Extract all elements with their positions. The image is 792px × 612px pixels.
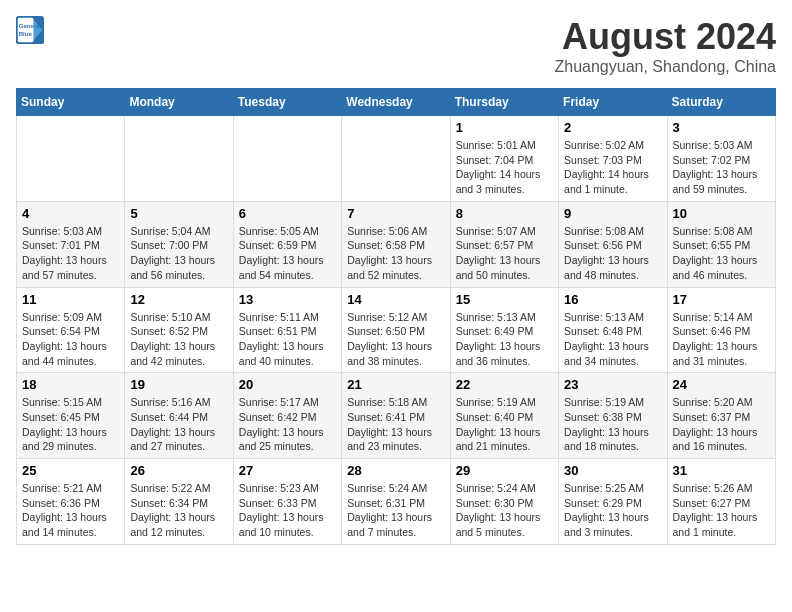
day-number: 8 [456,206,553,221]
week-row-4: 18Sunrise: 5:15 AM Sunset: 6:45 PM Dayli… [17,373,776,459]
day-info: Sunrise: 5:25 AM Sunset: 6:29 PM Dayligh… [564,481,661,540]
day-number: 9 [564,206,661,221]
weekday-header-tuesday: Tuesday [233,89,341,116]
day-info: Sunrise: 5:12 AM Sunset: 6:50 PM Dayligh… [347,310,444,369]
day-number: 17 [673,292,770,307]
week-row-3: 11Sunrise: 5:09 AM Sunset: 6:54 PM Dayli… [17,287,776,373]
weekday-header-sunday: Sunday [17,89,125,116]
day-number: 23 [564,377,661,392]
day-info: Sunrise: 5:19 AM Sunset: 6:38 PM Dayligh… [564,395,661,454]
day-info: Sunrise: 5:05 AM Sunset: 6:59 PM Dayligh… [239,224,336,283]
week-row-2: 4Sunrise: 5:03 AM Sunset: 7:01 PM Daylig… [17,201,776,287]
title-block: August 2024 Zhuangyuan, Shandong, China [554,16,776,76]
day-number: 15 [456,292,553,307]
calendar-cell [342,116,450,202]
calendar-cell: 22Sunrise: 5:19 AM Sunset: 6:40 PM Dayli… [450,373,558,459]
day-info: Sunrise: 5:10 AM Sunset: 6:52 PM Dayligh… [130,310,227,369]
calendar-cell: 31Sunrise: 5:26 AM Sunset: 6:27 PM Dayli… [667,459,775,545]
day-number: 27 [239,463,336,478]
calendar-cell: 14Sunrise: 5:12 AM Sunset: 6:50 PM Dayli… [342,287,450,373]
day-info: Sunrise: 5:02 AM Sunset: 7:03 PM Dayligh… [564,138,661,197]
day-number: 6 [239,206,336,221]
day-number: 18 [22,377,119,392]
day-info: Sunrise: 5:15 AM Sunset: 6:45 PM Dayligh… [22,395,119,454]
day-info: Sunrise: 5:19 AM Sunset: 6:40 PM Dayligh… [456,395,553,454]
day-number: 19 [130,377,227,392]
day-info: Sunrise: 5:09 AM Sunset: 6:54 PM Dayligh… [22,310,119,369]
weekday-header-saturday: Saturday [667,89,775,116]
day-info: Sunrise: 5:03 AM Sunset: 7:02 PM Dayligh… [673,138,770,197]
day-number: 12 [130,292,227,307]
calendar-cell [233,116,341,202]
day-info: Sunrise: 5:04 AM Sunset: 7:00 PM Dayligh… [130,224,227,283]
day-number: 16 [564,292,661,307]
svg-text:Blue: Blue [19,30,33,37]
day-info: Sunrise: 5:08 AM Sunset: 6:56 PM Dayligh… [564,224,661,283]
calendar-cell: 24Sunrise: 5:20 AM Sunset: 6:37 PM Dayli… [667,373,775,459]
weekday-header-monday: Monday [125,89,233,116]
week-row-5: 25Sunrise: 5:21 AM Sunset: 6:36 PM Dayli… [17,459,776,545]
calendar-cell: 8Sunrise: 5:07 AM Sunset: 6:57 PM Daylig… [450,201,558,287]
day-number: 13 [239,292,336,307]
calendar-cell: 27Sunrise: 5:23 AM Sunset: 6:33 PM Dayli… [233,459,341,545]
calendar-cell: 12Sunrise: 5:10 AM Sunset: 6:52 PM Dayli… [125,287,233,373]
logo-icon: General Blue [16,16,44,44]
calendar-cell [17,116,125,202]
calendar-cell: 16Sunrise: 5:13 AM Sunset: 6:48 PM Dayli… [559,287,667,373]
calendar-cell: 15Sunrise: 5:13 AM Sunset: 6:49 PM Dayli… [450,287,558,373]
calendar-cell: 23Sunrise: 5:19 AM Sunset: 6:38 PM Dayli… [559,373,667,459]
calendar-cell: 20Sunrise: 5:17 AM Sunset: 6:42 PM Dayli… [233,373,341,459]
calendar-cell: 7Sunrise: 5:06 AM Sunset: 6:58 PM Daylig… [342,201,450,287]
day-number: 28 [347,463,444,478]
weekday-header-friday: Friday [559,89,667,116]
calendar-cell: 6Sunrise: 5:05 AM Sunset: 6:59 PM Daylig… [233,201,341,287]
calendar-cell: 30Sunrise: 5:25 AM Sunset: 6:29 PM Dayli… [559,459,667,545]
day-info: Sunrise: 5:24 AM Sunset: 6:30 PM Dayligh… [456,481,553,540]
weekday-header-row: SundayMondayTuesdayWednesdayThursdayFrid… [17,89,776,116]
day-number: 1 [456,120,553,135]
day-info: Sunrise: 5:23 AM Sunset: 6:33 PM Dayligh… [239,481,336,540]
calendar-cell: 25Sunrise: 5:21 AM Sunset: 6:36 PM Dayli… [17,459,125,545]
day-info: Sunrise: 5:06 AM Sunset: 6:58 PM Dayligh… [347,224,444,283]
day-info: Sunrise: 5:26 AM Sunset: 6:27 PM Dayligh… [673,481,770,540]
day-info: Sunrise: 5:16 AM Sunset: 6:44 PM Dayligh… [130,395,227,454]
day-info: Sunrise: 5:20 AM Sunset: 6:37 PM Dayligh… [673,395,770,454]
day-info: Sunrise: 5:13 AM Sunset: 6:49 PM Dayligh… [456,310,553,369]
day-number: 26 [130,463,227,478]
day-info: Sunrise: 5:07 AM Sunset: 6:57 PM Dayligh… [456,224,553,283]
calendar-cell: 10Sunrise: 5:08 AM Sunset: 6:55 PM Dayli… [667,201,775,287]
day-number: 7 [347,206,444,221]
day-info: Sunrise: 5:21 AM Sunset: 6:36 PM Dayligh… [22,481,119,540]
day-info: Sunrise: 5:22 AM Sunset: 6:34 PM Dayligh… [130,481,227,540]
logo: General Blue [16,16,44,44]
calendar-cell: 2Sunrise: 5:02 AM Sunset: 7:03 PM Daylig… [559,116,667,202]
svg-text:General: General [19,22,42,29]
subtitle: Zhuangyuan, Shandong, China [554,58,776,76]
day-info: Sunrise: 5:14 AM Sunset: 6:46 PM Dayligh… [673,310,770,369]
day-number: 22 [456,377,553,392]
day-info: Sunrise: 5:01 AM Sunset: 7:04 PM Dayligh… [456,138,553,197]
calendar-cell: 1Sunrise: 5:01 AM Sunset: 7:04 PM Daylig… [450,116,558,202]
calendar-cell: 19Sunrise: 5:16 AM Sunset: 6:44 PM Dayli… [125,373,233,459]
day-number: 21 [347,377,444,392]
day-number: 11 [22,292,119,307]
day-info: Sunrise: 5:17 AM Sunset: 6:42 PM Dayligh… [239,395,336,454]
day-info: Sunrise: 5:08 AM Sunset: 6:55 PM Dayligh… [673,224,770,283]
calendar-table: SundayMondayTuesdayWednesdayThursdayFrid… [16,88,776,545]
calendar-cell: 21Sunrise: 5:18 AM Sunset: 6:41 PM Dayli… [342,373,450,459]
week-row-1: 1Sunrise: 5:01 AM Sunset: 7:04 PM Daylig… [17,116,776,202]
calendar-cell: 28Sunrise: 5:24 AM Sunset: 6:31 PM Dayli… [342,459,450,545]
day-number: 4 [22,206,119,221]
weekday-header-thursday: Thursday [450,89,558,116]
day-number: 20 [239,377,336,392]
day-number: 30 [564,463,661,478]
day-number: 10 [673,206,770,221]
day-number: 24 [673,377,770,392]
calendar-cell: 17Sunrise: 5:14 AM Sunset: 6:46 PM Dayli… [667,287,775,373]
weekday-header-wednesday: Wednesday [342,89,450,116]
day-info: Sunrise: 5:24 AM Sunset: 6:31 PM Dayligh… [347,481,444,540]
calendar-cell: 13Sunrise: 5:11 AM Sunset: 6:51 PM Dayli… [233,287,341,373]
calendar-cell: 11Sunrise: 5:09 AM Sunset: 6:54 PM Dayli… [17,287,125,373]
day-info: Sunrise: 5:03 AM Sunset: 7:01 PM Dayligh… [22,224,119,283]
day-number: 2 [564,120,661,135]
